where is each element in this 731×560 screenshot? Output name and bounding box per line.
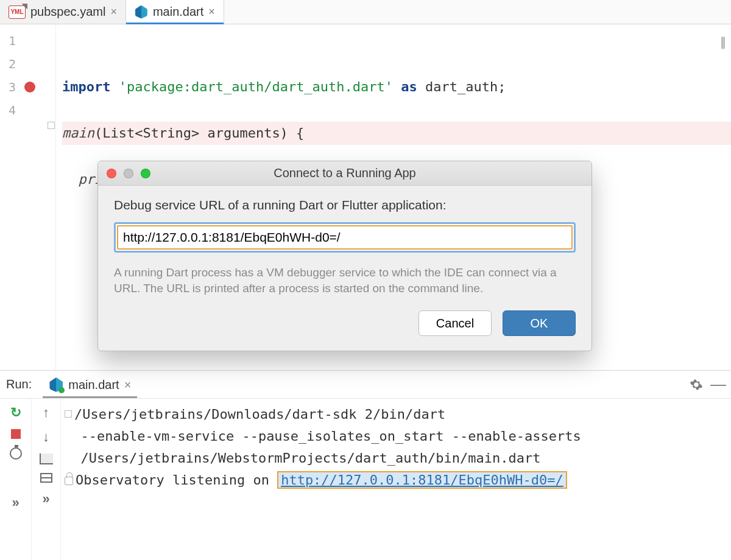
expand-icon[interactable]: » [12, 495, 19, 511]
editor-area: 1 2 3 4 ∥ import 'package:dart_auth/dart… [0, 24, 731, 370]
ok-button[interactable]: OK [503, 310, 576, 336]
run-console[interactable]: /Users/jetbrains/Downloads/dart-sdk 2/bi… [61, 399, 731, 560]
profiler-icon[interactable] [10, 447, 22, 460]
scroll-to-end-icon[interactable] [40, 473, 52, 483]
cancel-button[interactable]: Cancel [418, 310, 492, 336]
close-icon[interactable]: × [124, 378, 132, 392]
dialog-title: Connect to a Running App [98, 166, 592, 180]
ide-window: YML pubspec.yaml × main.dart × 1 2 3 4 ∥… [0, 0, 731, 560]
run-toolbar-left: ↻ » [0, 399, 32, 560]
window-close-icon[interactable] [107, 169, 116, 178]
window-zoom-icon[interactable] [141, 169, 150, 178]
scroll-down-icon[interactable]: ↓ [43, 429, 49, 445]
editor-tabbar: YML pubspec.yaml × main.dart × [0, 0, 731, 24]
run-panel-title: Run: [6, 377, 32, 391]
close-icon[interactable]: × [208, 5, 215, 18]
soft-wrap-icon[interactable] [40, 453, 53, 464]
run-toolbar-console: ↑ ↓ » [32, 399, 61, 560]
dialog-prompt-label: Debug service URL of a running Dart or F… [114, 198, 576, 212]
rerun-icon[interactable]: ↻ [10, 405, 21, 421]
tab-main-dart[interactable]: main.dart × [126, 0, 224, 24]
gutter-line-1[interactable]: 1 [0, 29, 55, 52]
close-icon[interactable]: × [110, 5, 117, 18]
debug-url-input[interactable] [117, 225, 573, 250]
dart-file-icon [135, 5, 148, 19]
gutter-line-2[interactable]: 2 [0, 52, 55, 75]
breakpoint-icon[interactable] [24, 82, 35, 93]
dialog-input-focus-ring [114, 222, 576, 253]
run-tab-label: main.dart [68, 378, 119, 392]
fold-icon[interactable] [65, 410, 72, 418]
tab-pubspec[interactable]: YML pubspec.yaml × [0, 0, 126, 24]
pause-icon[interactable]: ∥ [720, 30, 727, 54]
run-tool-window: Run: main.dart × — ↻ » ↑ ↓ [0, 370, 731, 560]
editor-gutter[interactable]: 1 2 3 4 [0, 24, 56, 370]
window-minimize-icon [124, 169, 133, 178]
stop-icon[interactable] [11, 429, 21, 439]
gear-icon[interactable] [690, 378, 703, 391]
gutter-line-4[interactable]: 4 [0, 99, 55, 122]
run-header: Run: main.dart × — [0, 371, 731, 399]
run-body: ↻ » ↑ ↓ » /Users/jetbrains/Downloads/dar… [0, 399, 731, 560]
gutter-line-3[interactable]: 3 [0, 75, 55, 99]
tab-label: main.dart [153, 5, 203, 19]
lock-icon [65, 477, 73, 485]
yaml-file-icon: YML [9, 5, 26, 19]
hide-panel-icon[interactable]: — [710, 375, 725, 394]
expand-icon[interactable]: » [42, 491, 49, 507]
run-tab-main-dart[interactable]: main.dart × [43, 371, 137, 398]
dart-run-config-icon [49, 377, 63, 392]
connect-running-app-dialog: Connect to a Running App Debug service U… [97, 161, 592, 351]
tab-label: pubspec.yaml [30, 5, 105, 19]
dialog-help-text: A running Dart process has a VM debugger… [114, 265, 576, 296]
dialog-titlebar[interactable]: Connect to a Running App [98, 161, 592, 186]
dialog-body: Debug service URL of a running Dart or F… [98, 186, 592, 351]
dialog-button-row: Cancel OK [114, 310, 576, 336]
scroll-up-icon[interactable]: ↑ [43, 405, 49, 421]
fold-icon[interactable] [48, 122, 55, 129]
window-controls [107, 169, 150, 178]
observatory-link[interactable]: http://127.0.0.1:8181/EbqE0hWH-d0=/ [277, 471, 567, 489]
